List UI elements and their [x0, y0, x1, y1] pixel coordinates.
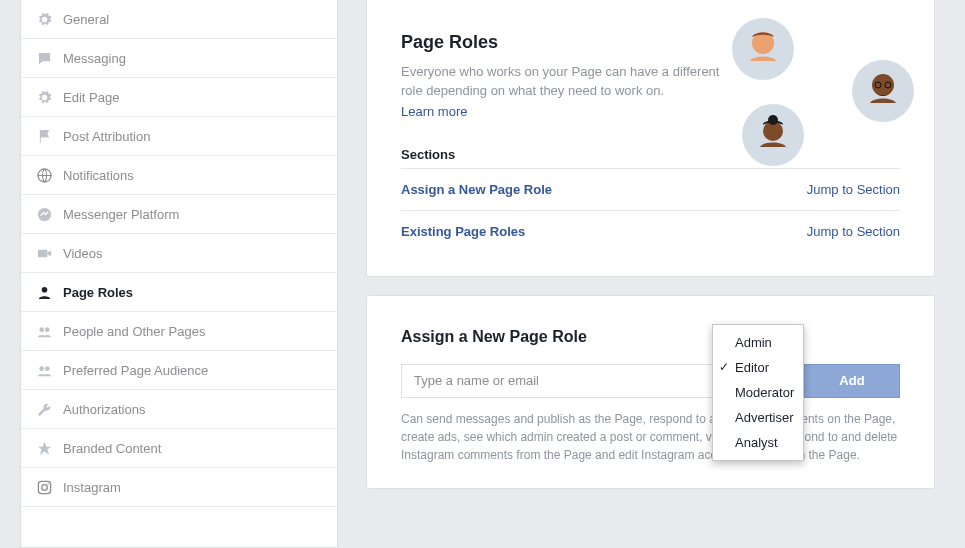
section-link[interactable]: Existing Page Roles	[401, 224, 525, 239]
sidebar-item-videos[interactable]: Videos	[21, 234, 337, 273]
sidebar-item-authorizations[interactable]: Authorizations	[21, 390, 337, 429]
sidebar-item-preferred-page-audience[interactable]: Preferred Page Audience	[21, 351, 337, 390]
flag-icon	[35, 127, 53, 145]
avatar	[732, 18, 794, 80]
gear-icon	[35, 88, 53, 106]
role-option-advertiser[interactable]: Advertiser	[713, 405, 803, 430]
role-helper-text: Can send messages and publish as the Pag…	[401, 410, 900, 464]
sidebar-item-page-roles[interactable]: Page Roles	[21, 273, 337, 312]
avatar	[852, 60, 914, 122]
sidebar-item-messaging[interactable]: Messaging	[21, 39, 337, 78]
jump-to-section-link[interactable]: Jump to Section	[807, 182, 900, 197]
star-icon	[35, 439, 53, 457]
svg-point-5	[44, 327, 49, 332]
svg-point-10	[47, 482, 49, 484]
sidebar-item-instagram[interactable]: Instagram	[21, 468, 337, 507]
sidebar-item-label: Instagram	[63, 480, 323, 495]
sidebar-item-branded-content[interactable]: Branded Content	[21, 429, 337, 468]
sidebar-item-label: Messaging	[63, 51, 323, 66]
svg-point-17	[768, 115, 778, 125]
page-description: Everyone who works on your Page can have…	[401, 63, 741, 101]
sidebar-item-label: General	[63, 12, 323, 27]
avatar	[742, 104, 804, 166]
sidebar-item-label: Branded Content	[63, 441, 323, 456]
msg-icon	[35, 205, 53, 223]
section-row: Existing Page RolesJump to Section	[401, 210, 900, 252]
people-icon	[35, 322, 53, 340]
chat-icon	[35, 49, 53, 67]
sidebar-item-general[interactable]: General	[21, 0, 337, 39]
sidebar-item-label: Post Attribution	[63, 129, 323, 144]
avatar-cluster	[724, 12, 914, 182]
assign-role-card: Assign a New Page Role Add AdminEditorMo…	[366, 295, 935, 489]
role-dropdown: AdminEditorModeratorAdvertiserAnalyst	[712, 324, 804, 461]
sidebar-item-label: Notifications	[63, 168, 323, 183]
page-roles-summary-card: Page Roles Everyone who works on your Pa…	[366, 0, 935, 277]
sidebar-item-people-and-other-pages[interactable]: People and Other Pages	[21, 312, 337, 351]
gear-icon	[35, 10, 53, 28]
sidebar-item-label: Preferred Page Audience	[63, 363, 323, 378]
add-button[interactable]: Add	[804, 364, 900, 398]
role-option-admin[interactable]: Admin	[713, 330, 803, 355]
name-email-input[interactable]	[401, 364, 720, 398]
sidebar-item-label: Messenger Platform	[63, 207, 323, 222]
sidebar-item-notifications[interactable]: Notifications	[21, 156, 337, 195]
video-icon	[35, 244, 53, 262]
globe-icon	[35, 166, 53, 184]
svg-point-1	[37, 207, 50, 220]
people-icon	[35, 361, 53, 379]
svg-point-9	[41, 484, 47, 490]
sidebar-item-label: People and Other Pages	[63, 324, 323, 339]
svg-point-6	[39, 366, 44, 371]
wrench-icon	[35, 400, 53, 418]
svg-rect-2	[37, 249, 46, 257]
role-option-editor[interactable]: Editor	[713, 355, 803, 380]
sidebar-item-label: Edit Page	[63, 90, 323, 105]
jump-to-section-link[interactable]: Jump to Section	[807, 224, 900, 239]
sidebar-item-label: Page Roles	[63, 285, 323, 300]
sidebar-item-label: Videos	[63, 246, 323, 261]
instagram-icon	[35, 478, 53, 496]
assign-role-title: Assign a New Page Role	[401, 328, 900, 346]
svg-point-3	[41, 286, 47, 292]
sidebar-item-edit-page[interactable]: Edit Page	[21, 78, 337, 117]
sidebar-item-label: Authorizations	[63, 402, 323, 417]
settings-sidebar: GeneralMessagingEdit PagePost Attributio…	[20, 0, 338, 548]
section-link[interactable]: Assign a New Page Role	[401, 182, 552, 197]
svg-point-4	[39, 327, 44, 332]
sidebar-item-messenger-platform[interactable]: Messenger Platform	[21, 195, 337, 234]
role-option-moderator[interactable]: Moderator	[713, 380, 803, 405]
person-icon	[35, 283, 53, 301]
svg-point-7	[44, 366, 49, 371]
sidebar-item-post-attribution[interactable]: Post Attribution	[21, 117, 337, 156]
role-option-analyst[interactable]: Analyst	[713, 430, 803, 455]
